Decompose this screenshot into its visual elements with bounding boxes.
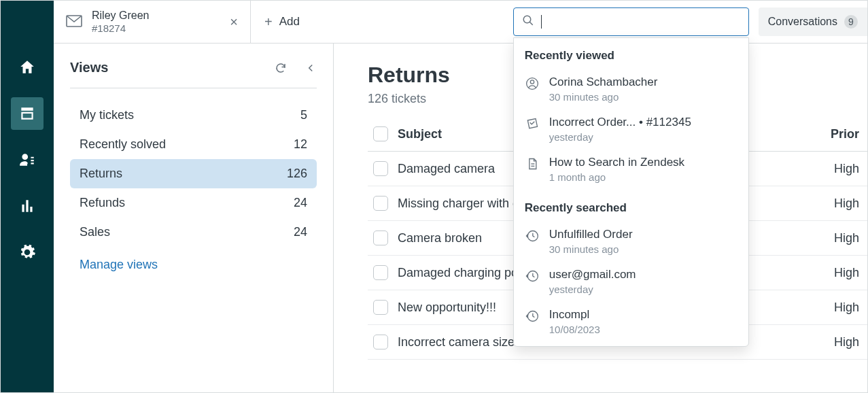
text-cursor [541, 15, 542, 29]
recent-view-item[interactable]: How to Search in Zendesk 1 month ago [514, 150, 748, 190]
views-sidebar: Views My tickets 5 [54, 44, 334, 392]
close-icon[interactable]: × [230, 15, 238, 29]
recent-search-item[interactable]: Unfulfilled Order 30 minutes ago [514, 222, 748, 262]
ticket-tab[interactable]: Riley Green #18274 × [54, 1, 251, 43]
person-icon [525, 76, 540, 91]
document-icon [525, 156, 540, 171]
history-icon [525, 228, 540, 243]
conversations-button[interactable]: Conversations 9 [759, 7, 867, 36]
row-checkbox[interactable] [373, 300, 388, 315]
recent-search-item[interactable]: Incompl 10/08/2023 [514, 302, 748, 342]
add-label: Add [279, 15, 300, 29]
view-recently-solved[interactable]: Recently solved 12 [70, 130, 317, 159]
add-tab-button[interactable]: + Add [251, 1, 313, 43]
conversations-badge: 9 [844, 15, 858, 29]
nav-rail [1, 1, 54, 392]
view-refunds[interactable]: Refunds 24 [70, 188, 317, 218]
svg-point-4 [530, 80, 534, 84]
view-sales[interactable]: Sales 24 [70, 218, 317, 247]
collapse-icon[interactable] [305, 62, 317, 74]
recent-search-item[interactable]: user@gmail.com yesterday [514, 262, 748, 302]
row-checkbox[interactable] [373, 265, 388, 280]
plus-icon: + [264, 14, 273, 30]
history-icon [525, 309, 540, 324]
view-my-tickets[interactable]: My tickets 5 [70, 101, 317, 130]
rail-reports-icon[interactable] [11, 190, 44, 222]
manage-views-link[interactable]: Manage views [70, 247, 317, 272]
search-icon [522, 14, 534, 29]
rail-home-icon[interactable] [11, 51, 44, 84]
view-returns[interactable]: Returns 126 [70, 159, 317, 188]
recent-view-item[interactable]: Incorrect Order... • #112345 yesterday [514, 109, 748, 150]
recently-viewed-header: Recently viewed [514, 38, 748, 69]
rail-settings-icon[interactable] [11, 236, 44, 269]
search-field[interactable] [549, 16, 740, 28]
select-all-checkbox[interactable] [373, 126, 388, 141]
history-icon [525, 269, 540, 284]
sidebar-title: Views [70, 60, 108, 75]
row-checkbox[interactable] [373, 230, 388, 245]
search-input[interactable] [513, 7, 749, 36]
rail-views-icon[interactable] [11, 97, 44, 130]
view-list: My tickets 5 Recently solved 12 Returns … [70, 101, 317, 247]
refresh-icon[interactable] [275, 62, 287, 74]
conversations-label: Conversations [768, 16, 837, 28]
topbar: Riley Green #18274 × + Add [54, 1, 867, 44]
svg-line-2 [530, 22, 533, 25]
row-checkbox[interactable] [373, 161, 388, 176]
ticket-icon [525, 116, 540, 131]
mail-icon [66, 15, 82, 29]
subject-header[interactable]: Subject [398, 127, 442, 141]
tab-sub: #18274 [92, 22, 149, 35]
row-checkbox[interactable] [373, 335, 388, 349]
svg-point-1 [523, 16, 531, 23]
recently-searched-header: Recently searched [514, 190, 748, 222]
search-dropdown: Recently viewed Corina Schambacher 30 mi… [513, 37, 749, 347]
recent-view-item[interactable]: Corina Schambacher 30 minutes ago [514, 69, 748, 109]
rail-customers-icon[interactable] [11, 143, 44, 176]
priority-header[interactable]: Prior [831, 127, 867, 141]
row-checkbox[interactable] [373, 196, 388, 211]
tab-title: Riley Green [92, 9, 149, 22]
